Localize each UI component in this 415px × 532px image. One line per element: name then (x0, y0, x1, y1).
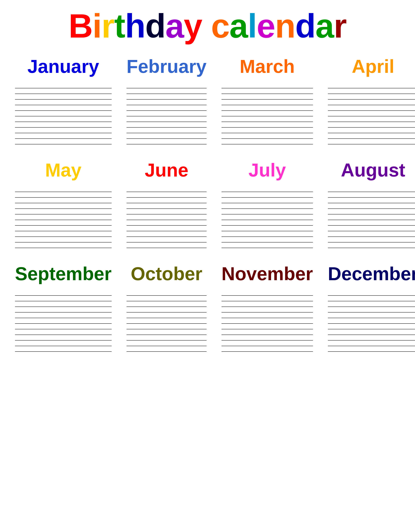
line (127, 116, 207, 116)
month-label-june: June (127, 159, 207, 181)
lines-july (222, 186, 313, 248)
month-november: November (218, 263, 317, 352)
lines-march (222, 83, 313, 144)
line (127, 323, 207, 324)
line (222, 94, 313, 94)
line (127, 127, 207, 128)
month-label-october: October (127, 263, 207, 285)
line (15, 192, 112, 192)
lines-november (222, 290, 313, 352)
lines-april (328, 83, 415, 144)
line (222, 242, 313, 242)
line (127, 203, 207, 203)
month-label-january: January (15, 56, 112, 77)
line (15, 144, 112, 144)
line (15, 138, 112, 139)
month-label-july: July (222, 159, 313, 181)
line (127, 122, 207, 122)
line (15, 323, 112, 324)
line (15, 133, 112, 133)
line (328, 248, 415, 248)
line (328, 133, 415, 133)
line (222, 220, 313, 220)
month-label-april: April (328, 56, 415, 77)
line (127, 242, 207, 242)
line (222, 323, 313, 324)
line (15, 295, 112, 296)
lines-december (328, 290, 415, 352)
line (15, 306, 112, 307)
month-october: October (123, 263, 210, 352)
line (328, 340, 415, 341)
line (127, 105, 207, 105)
line (15, 340, 112, 341)
line (15, 122, 112, 122)
line (222, 306, 313, 307)
line (222, 88, 313, 88)
line (127, 225, 207, 226)
line (222, 127, 313, 128)
lines-august (328, 186, 415, 248)
line (328, 301, 415, 301)
line (127, 110, 207, 111)
month-july: July (218, 159, 317, 248)
line (127, 334, 207, 335)
line (127, 209, 207, 209)
line (222, 122, 313, 122)
month-february: February (123, 56, 210, 144)
line (328, 323, 415, 324)
line (127, 346, 207, 346)
line (15, 329, 112, 329)
line (328, 144, 415, 144)
line (15, 214, 112, 214)
line (127, 138, 207, 139)
lines-june (127, 186, 207, 248)
line (15, 99, 112, 100)
line (222, 329, 313, 329)
month-may: May (11, 159, 115, 248)
line (328, 127, 415, 128)
lines-september (15, 290, 112, 352)
month-label-december: December (328, 263, 415, 285)
line (222, 99, 313, 100)
line (328, 88, 415, 88)
month-label-november: November (222, 263, 313, 285)
line (222, 197, 313, 198)
line (15, 318, 112, 318)
line (328, 351, 415, 352)
line (15, 351, 112, 352)
line (328, 214, 415, 214)
month-label-may: May (15, 159, 112, 181)
line (328, 225, 415, 226)
line (127, 318, 207, 318)
month-label-august: August (328, 159, 415, 181)
month-december: December (324, 263, 415, 352)
line (127, 312, 207, 313)
line (127, 301, 207, 301)
line (127, 99, 207, 100)
line (222, 346, 313, 346)
line (15, 110, 112, 111)
month-label-september: September (15, 263, 112, 285)
line (328, 237, 415, 237)
line (328, 334, 415, 335)
line (127, 197, 207, 198)
line (127, 340, 207, 341)
month-august: August (324, 159, 415, 248)
line (222, 312, 313, 313)
line (222, 192, 313, 192)
line (222, 295, 313, 296)
line (15, 242, 112, 242)
line (328, 220, 415, 220)
line (15, 197, 112, 198)
line (328, 329, 415, 329)
line (222, 144, 313, 144)
line (127, 94, 207, 94)
line (15, 220, 112, 220)
month-label-march: March (222, 56, 313, 77)
line (222, 334, 313, 335)
line (127, 231, 207, 231)
line (222, 203, 313, 203)
line (328, 116, 415, 116)
line (127, 192, 207, 192)
